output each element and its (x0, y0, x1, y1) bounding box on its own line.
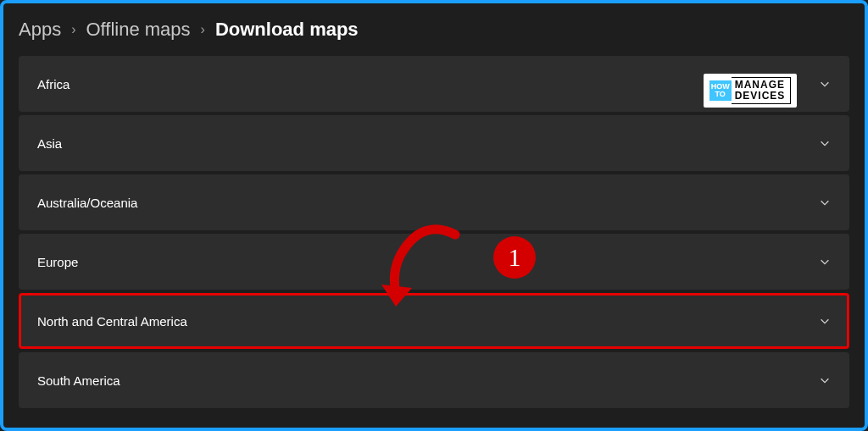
region-item-north-central-america[interactable]: North and Central America (19, 293, 849, 349)
breadcrumb-offline-maps[interactable]: Offline maps (86, 19, 190, 41)
region-label: South America (37, 373, 120, 388)
breadcrumb: Apps › Offline maps › Download maps (19, 19, 849, 41)
region-item-asia[interactable]: Asia (19, 115, 849, 171)
chevron-down-icon (819, 78, 831, 90)
chevron-right-icon: › (71, 22, 75, 37)
region-label: North and Central America (37, 314, 187, 329)
chevron-down-icon (819, 256, 831, 268)
region-label: Africa (37, 77, 70, 91)
breadcrumb-download-maps: Download maps (215, 19, 359, 41)
region-label: Europe (37, 255, 78, 269)
region-item-australia-oceania[interactable]: Australia/Oceania (19, 174, 849, 230)
chevron-down-icon (819, 374, 831, 386)
chevron-down-icon (819, 196, 831, 208)
chevron-down-icon (819, 315, 831, 327)
chevron-right-icon: › (201, 22, 205, 37)
watermark-text: TO (711, 91, 730, 98)
region-label: Australia/Oceania (37, 196, 137, 210)
watermark-logo: HOW TO MANAGE DEVICES (704, 74, 797, 108)
chevron-down-icon (819, 137, 831, 149)
regions-list: Africa Asia Australia/Oceania Europe Nor (19, 56, 849, 408)
region-item-europe[interactable]: Europe (19, 234, 849, 290)
region-item-south-america[interactable]: South America (19, 352, 849, 408)
region-label: Asia (37, 136, 62, 151)
breadcrumb-apps[interactable]: Apps (19, 19, 61, 41)
watermark-text: DEVICES (735, 91, 786, 102)
